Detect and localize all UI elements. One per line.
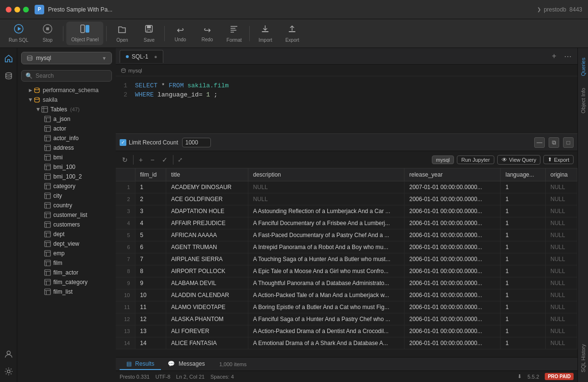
table-row[interactable]: 11 11 ALAMO VIDEOTAPE A Boring Epistle o… [116, 301, 577, 313]
tree-item-country[interactable]: country [17, 201, 116, 210]
sidebar-search-box[interactable]: 🔍 [21, 70, 112, 82]
svg-rect-54 [45, 212, 50, 218]
results-config-toolbar: ✓ Limit Record Count — ⧉ □ [116, 134, 577, 151]
col-language[interactable]: language... [501, 168, 545, 181]
tree-item-bmi[interactable]: bmi [17, 153, 116, 162]
object-info-side-tab[interactable]: Object Info [579, 82, 588, 119]
cell-release-year: 2006-01-01 00:00:00.0000... [404, 325, 501, 337]
search-input[interactable] [36, 72, 108, 79]
tree-item-dept[interactable]: dept [17, 229, 116, 239]
view-query-button[interactable]: 👁 View Query [497, 155, 541, 165]
sidebar-user-icon[interactable] [2, 347, 15, 361]
tree-item-customer_list[interactable]: customer_list [17, 210, 116, 220]
tab-menu-button[interactable]: ⋯ [562, 50, 574, 63]
maximize-button[interactable] [23, 7, 29, 12]
tree-item-address[interactable]: address [17, 143, 116, 153]
maximize-panel-button[interactable]: □ [563, 137, 574, 148]
tree-item-sakila[interactable]: ▶ sakila [17, 95, 116, 105]
tree-item-actor_info[interactable]: actor_info [17, 133, 116, 143]
table-icon [44, 183, 51, 190]
queries-side-tab[interactable]: Queries [579, 52, 588, 82]
tree-item-bmi_100_2[interactable]: bmi_100_2 [17, 172, 116, 181]
limit-checkbox[interactable]: ✓ [120, 139, 126, 146]
cell-film-id: 7 [135, 253, 166, 265]
undo-button[interactable]: ↩ Undo [168, 22, 193, 45]
titlebar: P Presto Sample With Pa... ❯ prestodb 84… [0, 0, 588, 19]
tree-item-film[interactable]: film [17, 258, 116, 268]
table-row[interactable]: 4 4 AFFAIR PREJUDICE A Fanciful Document… [116, 217, 577, 229]
database-selector[interactable]: mysql ▼ [21, 52, 112, 64]
object-panel-button[interactable]: Object Panel [66, 22, 103, 45]
cell-description: A Emotional Drama of a A Shark And a Dat… [248, 337, 404, 349]
tree-item-performance-schema[interactable]: ▶ performance_schema [17, 85, 116, 95]
restore-panel-button[interactable]: ⧉ [549, 137, 559, 148]
table-row[interactable]: 9 9 ALABAMA DEVIL A Thoughtful Panorama … [116, 277, 577, 289]
app-title: Presto Sample With Pa... [48, 6, 535, 13]
format-icon [229, 24, 239, 36]
limit-input[interactable] [182, 138, 211, 147]
results-tab[interactable]: ▤ Results [120, 358, 161, 370]
save-button[interactable]: Save [136, 21, 161, 46]
table-row[interactable]: 1 1 ACADEMY DINOSAUR NULL 2007-01-01 00:… [116, 181, 577, 193]
minimize-panel-button[interactable]: — [534, 137, 545, 148]
format-button[interactable]: Format [221, 21, 246, 46]
tree-item-city[interactable]: city [17, 191, 116, 201]
add-row-button[interactable]: + [136, 155, 145, 165]
tree-item-actor[interactable]: actor [17, 124, 116, 133]
import-icon [260, 24, 270, 36]
delete-row-button[interactable]: − [148, 155, 157, 165]
table-row[interactable]: 2 2 ACE GOLDFINGER NULL 2006-01-01 00:00… [116, 193, 577, 205]
tree-item-tables[interactable]: ▶ Tables (47) [17, 105, 116, 114]
table-row[interactable]: 6 6 AGENT TRUMAN A Intrepid Panorama of … [116, 241, 577, 253]
add-tab-button[interactable]: + [550, 50, 558, 62]
tree-item-category[interactable]: category [17, 181, 116, 191]
save-label: Save [144, 37, 155, 43]
redo-button[interactable]: ↪ Redo [195, 22, 220, 45]
limit-checkbox-label[interactable]: ✓ Limit Record Count [120, 139, 178, 146]
table-row[interactable]: 13 13 ALI FOREVER A Action-Packed Drama … [116, 325, 577, 337]
tree-item-customers[interactable]: customers [17, 220, 116, 229]
open-button[interactable]: Open [110, 21, 135, 46]
export-results-button[interactable]: ⬆ Export [543, 155, 574, 164]
run-jupyter-button[interactable]: Run Jupyter [457, 155, 494, 164]
col-title[interactable]: title [166, 168, 248, 181]
col-release-year[interactable]: release_year [404, 168, 501, 181]
svg-rect-7 [147, 25, 151, 28]
tree-item-film_list[interactable]: film_list [17, 287, 116, 297]
sidebar-database-icon[interactable] [2, 69, 15, 83]
table-row[interactable]: 12 12 ALASKA PHANTOM A Fanciful Saga of … [116, 313, 577, 325]
apply-button[interactable]: ✓ [159, 155, 170, 165]
col-film-id[interactable]: film_id [135, 168, 166, 181]
col-original[interactable]: origina [545, 168, 577, 181]
table-row[interactable]: 8 8 AIRPORT POLLOCK A Epic Tale of a Moo… [116, 265, 577, 277]
refresh-button[interactable]: ↻ [120, 155, 130, 165]
stop-button[interactable]: Stop [35, 21, 60, 46]
table-row[interactable]: 10 10 ALADDIN CALENDAR A Action-Packed T… [116, 289, 577, 301]
export-toolbar-button[interactable]: Export [280, 21, 305, 46]
tree-item-film_category[interactable]: film_category [17, 277, 116, 287]
sql-editor[interactable]: 1 SELECT * FROM sakila.film 2 WHERE lang… [116, 76, 577, 134]
table-row[interactable]: 7 7 AIRPLANE SIERRA A Touching Saga of a… [116, 253, 577, 265]
minimize-button[interactable] [14, 7, 20, 12]
sidebar-settings-icon[interactable] [2, 365, 15, 378]
table-row[interactable]: 3 3 ADAPTATION HOLE A Astounding Reflect… [116, 205, 577, 217]
sql-tab[interactable]: SQL-1 ● [120, 50, 163, 63]
table-row[interactable]: 5 5 AFRICAN AAAAA A Fast-Paced Documenta… [116, 229, 577, 241]
import-button[interactable]: Import [253, 21, 278, 46]
tree-item-a_json[interactable]: a_json [17, 114, 116, 124]
tree-item-dept_view[interactable]: dept_view [17, 239, 116, 249]
sidebar-home-icon[interactable] [2, 52, 15, 65]
close-button[interactable] [6, 7, 12, 12]
table-row[interactable]: 14 14 ALICE FANTASIA A Emotional Drama o… [116, 337, 577, 349]
run-sql-button[interactable]: Run SQL [4, 21, 33, 46]
tree-item-bmi_100[interactable]: bmi_100 [17, 162, 116, 172]
sql-history-side-tab[interactable]: SQL History [579, 338, 588, 378]
results-table-container[interactable]: film_id title description release_year l… [116, 168, 577, 357]
expand-button[interactable]: ⤢ [176, 155, 184, 165]
row-number: 9 [116, 277, 135, 289]
col-description[interactable]: description [248, 168, 404, 181]
messages-tab[interactable]: 💬 Messages [161, 358, 211, 370]
table-icon [44, 260, 51, 266]
tree-item-film_actor[interactable]: film_actor [17, 268, 116, 277]
tree-item-emp[interactable]: emp [17, 249, 116, 258]
